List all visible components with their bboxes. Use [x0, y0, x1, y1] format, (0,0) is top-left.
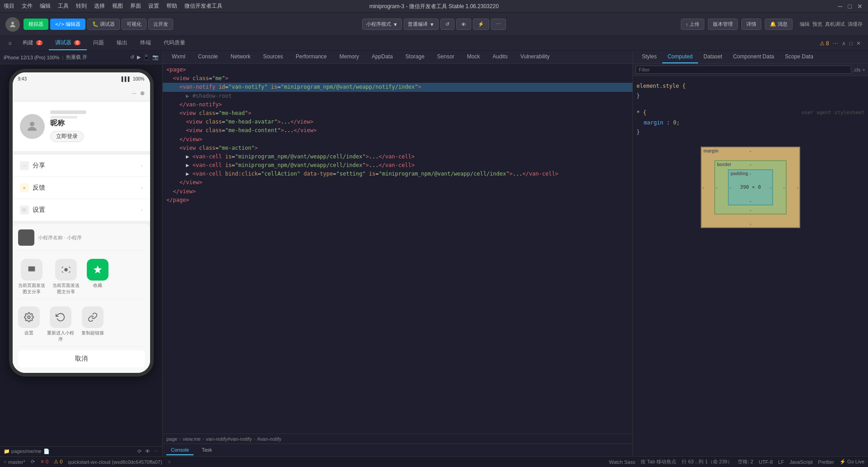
share-icon-screenshot[interactable]: 当前页面发送图文分享: [52, 259, 80, 295]
upload-button[interactable]: ↑ 上传: [681, 19, 705, 30]
code-line-van-notify[interactable]: <van-notify id="van-notify" is="miniprog…: [163, 83, 632, 91]
editor-button[interactable]: </> 编辑器: [50, 19, 85, 30]
detail-button[interactable]: 详情: [741, 19, 761, 30]
tab-wxml[interactable]: Wxml: [165, 51, 192, 63]
footer-view-icon[interactable]: 👁: [145, 448, 150, 454]
feedback-menu-item[interactable]: ● 反馈 ›: [13, 177, 150, 199]
play-btn[interactable]: ▶: [137, 54, 141, 60]
bc-van-notify[interactable]: van-notify#van-notify: [206, 436, 252, 442]
footer-sync-icon[interactable]: ⟳: [137, 448, 142, 454]
tab-storage[interactable]: Storage: [399, 51, 431, 63]
share-icon-collect[interactable]: 收藏: [87, 259, 108, 295]
filter-input[interactable]: [636, 66, 851, 74]
tab-network[interactable]: Network: [224, 51, 257, 63]
language-setting[interactable]: JavaScript: [789, 459, 812, 465]
build-button[interactable]: ⚡: [473, 19, 489, 30]
sync-icon[interactable]: ⟳: [31, 459, 35, 465]
menu-item-help[interactable]: 帮助: [166, 2, 177, 10]
tab-computed[interactable]: Computed: [662, 51, 698, 63]
menu-item-tools[interactable]: 工具: [58, 2, 69, 10]
tab-bar-close[interactable]: ✕: [856, 40, 861, 47]
simulator-button[interactable]: 模拟器: [24, 19, 48, 30]
tab-bar-minimize[interactable]: ∧: [842, 40, 846, 47]
tab-component-data[interactable]: Component Data: [727, 51, 779, 63]
prettier-btn[interactable]: Prettier: [818, 459, 834, 465]
compile-select[interactable]: 普通编译 ▼: [404, 19, 439, 30]
settings-menu-item[interactable]: ⚙ 设置 ›: [13, 199, 150, 221]
nav-more-icon[interactable]: ···: [132, 90, 136, 96]
menu-item-interface[interactable]: 界面: [130, 2, 141, 10]
menu-item-view[interactable]: 视图: [112, 2, 123, 10]
tab-code-quality[interactable]: 代码质量: [157, 36, 192, 50]
minimize-button[interactable]: ─: [838, 3, 843, 10]
maximize-button[interactable]: □: [848, 3, 852, 10]
tab-focus[interactable]: 按 Tab 移动焦点: [641, 458, 676, 465]
tab-sensor[interactable]: Sensor: [431, 51, 461, 63]
tab-audits[interactable]: Audits: [486, 51, 514, 63]
footer-more-icon[interactable]: ⋯: [154, 448, 159, 454]
share-menu-item[interactable]: → 分享 ›: [13, 155, 150, 177]
tab-performance[interactable]: Performance: [289, 51, 333, 63]
tab-vulnerability[interactable]: Vulnerability: [514, 51, 556, 63]
mode-select[interactable]: 小程序模式 ▼: [362, 19, 402, 30]
tab-debugger[interactable]: 调试器 8: [49, 36, 87, 50]
share-icon-send-img-text[interactable]: 当前页面发送图文分享: [18, 259, 45, 295]
reload-btn[interactable]: ↺: [130, 54, 134, 60]
debugger-button[interactable]: 🐛 调试器: [87, 19, 120, 30]
editor-code-content[interactable]: <page> <view class="me"> <van-notify id=…: [163, 64, 632, 434]
console-tab-console[interactable]: Console: [166, 445, 193, 455]
message-button[interactable]: 🔔 消息: [765, 19, 793, 30]
device-select[interactable]: iPhone 12/13 (Pro) 100%: [4, 55, 60, 60]
tab-bar-more[interactable]: ⋯: [833, 40, 838, 47]
preview-icon-btn[interactable]: 👁: [456, 19, 471, 30]
visual-button[interactable]: 可视化: [122, 19, 146, 30]
login-button[interactable]: 立即登录: [50, 131, 84, 142]
menu-item-select[interactable]: 选择: [94, 2, 105, 10]
tab-problems[interactable]: 问题: [87, 36, 110, 50]
share-icon-copy-link[interactable]: 复制超链接: [81, 306, 104, 343]
share-icon-reload[interactable]: 重新进入小程序: [47, 306, 74, 343]
error-count[interactable]: ✕ 0: [40, 459, 48, 465]
share-icon-settings[interactable]: 设置: [18, 306, 40, 343]
tab-bar-collapse[interactable]: ≡: [4, 40, 16, 47]
encoding-setting[interactable]: UTF-8: [759, 459, 773, 465]
tab-terminal[interactable]: 终端: [134, 36, 157, 50]
nav-share-icon[interactable]: ⊕: [140, 90, 145, 96]
close-button[interactable]: ✕: [857, 3, 863, 10]
menu-item-settings[interactable]: 设置: [148, 2, 159, 10]
tab-styles[interactable]: Styles: [637, 51, 662, 63]
bc-page[interactable]: page: [166, 436, 177, 442]
bc-view-me[interactable]: view.me: [183, 436, 201, 442]
tab-console[interactable]: Console: [192, 51, 224, 63]
go-live-btn[interactable]: ⚡ Go Live: [840, 459, 864, 465]
menu-item-wechat[interactable]: 微信开发者工具: [184, 2, 222, 10]
menu-item-file[interactable]: 文件: [22, 2, 33, 10]
menu-item-goto[interactable]: 转到: [76, 2, 87, 10]
sass-watcher[interactable]: Watch Sass: [609, 459, 635, 465]
cloud-button[interactable]: 云开发: [148, 19, 173, 30]
tab-mock[interactable]: Mock: [461, 51, 486, 63]
warning-count[interactable]: ⚠ 0: [54, 459, 62, 465]
spaces-setting[interactable]: 空格: 2: [738, 458, 753, 465]
tab-output[interactable]: 输出: [110, 36, 134, 50]
user-avatar[interactable]: [5, 17, 20, 32]
menu-item-project[interactable]: 项目: [4, 2, 14, 10]
line-ending-setting[interactable]: LF: [778, 459, 784, 465]
tab-appdata[interactable]: AppData: [365, 51, 399, 63]
tab-scope-data[interactable]: Scope Data: [779, 51, 819, 63]
more-button[interactable]: ⋯: [491, 19, 506, 30]
version-button[interactable]: 版本管理: [708, 19, 738, 30]
bc-shadow-root[interactable]: #van-notify: [257, 436, 282, 442]
tab-dataset[interactable]: Dataset: [698, 51, 727, 63]
menu-item-edit[interactable]: 编辑: [40, 2, 51, 10]
console-tab-task[interactable]: Task: [197, 445, 217, 455]
hot-reload-btn[interactable]: 热重载 开: [66, 54, 87, 61]
tab-sources[interactable]: Sources: [257, 51, 289, 63]
cancel-button[interactable]: 取消: [18, 350, 145, 367]
tab-build[interactable]: 构建 2: [16, 36, 49, 50]
tab-memory[interactable]: Memory: [333, 51, 365, 63]
add-rule-button[interactable]: +: [863, 67, 865, 72]
refresh-button[interactable]: ↺: [440, 19, 454, 30]
tab-bar-maximize[interactable]: □: [849, 40, 853, 47]
branch-indicator[interactable]: ⑂ master*: [4, 459, 25, 465]
